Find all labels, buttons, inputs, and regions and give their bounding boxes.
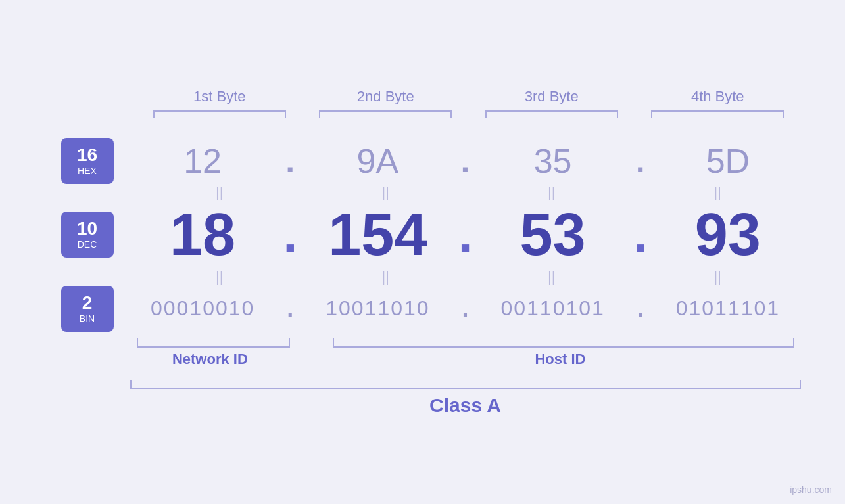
top-bracket-line-1 — [153, 110, 286, 118]
byte-headers-row: 1st Byte 2nd Byte 3rd Byte 4th Byte — [45, 88, 801, 105]
bin-label-cell: 2 BIN — [45, 286, 130, 332]
main-layout: 1st Byte 2nd Byte 3rd Byte 4th Byte 16 H… — [45, 88, 801, 417]
equals-2-3: || — [469, 270, 635, 285]
dec-dot-1: . — [276, 208, 305, 261]
hex-dot-3: . — [625, 142, 655, 180]
bin-values-row: 00010010 . 10011010 . 00110101 . 0101110… — [130, 295, 801, 323]
top-bracket-4 — [635, 110, 801, 118]
class-bracket-line — [130, 380, 801, 389]
bin-value-2: 10011010 — [305, 296, 450, 321]
id-label-row: Network ID Host ID — [130, 351, 801, 368]
label-dot-spacer — [290, 351, 320, 368]
dec-dot-2: . — [450, 208, 480, 261]
attribution: ipshu.com — [790, 484, 832, 495]
bin-dot-1: . — [276, 295, 305, 323]
hex-label-cell: 16 HEX — [45, 138, 130, 184]
hex-badge: 16 HEX — [61, 138, 114, 184]
dec-badge: 10 DEC — [61, 212, 114, 258]
top-bracket-3 — [469, 110, 635, 118]
equals-1-2: || — [302, 185, 469, 200]
hex-value-1: 12 — [130, 141, 276, 181]
dec-value-1: 18 — [130, 201, 276, 269]
hex-value-3: 35 — [480, 141, 625, 181]
top-bracket-line-2 — [319, 110, 452, 118]
class-section: Class A — [45, 380, 801, 417]
hex-values-row: 12 . 9A . 35 . 5D — [130, 141, 801, 181]
id-bracket-lines — [130, 338, 801, 348]
equals-2-4: || — [635, 270, 801, 285]
host-id-bracket-line — [333, 338, 794, 348]
bracket-dot-spacer-1 — [297, 338, 326, 348]
top-bracket-line-3 — [485, 110, 618, 118]
dec-label-cell: 10 DEC — [45, 212, 130, 258]
hex-row: 16 HEX 12 . 9A . 35 . 5D — [45, 138, 801, 184]
dec-dot-3: . — [625, 208, 655, 261]
dec-value-2: 154 — [305, 201, 450, 269]
dec-base-label: DEC — [78, 239, 97, 250]
hex-dot-2: . — [450, 142, 480, 180]
host-id-bracket-wrapper — [326, 338, 800, 348]
byte-header-1: 1st Byte — [137, 88, 303, 105]
byte-header-2: 2nd Byte — [302, 88, 469, 105]
network-id-bracket-line — [137, 338, 291, 348]
bin-value-3: 00110101 — [480, 296, 625, 321]
hex-dot-1: . — [276, 142, 305, 180]
byte-header-3: 3rd Byte — [469, 88, 635, 105]
bin-value-4: 01011101 — [655, 296, 800, 321]
top-bracket-1 — [137, 110, 303, 118]
dec-base-number: 10 — [77, 219, 97, 238]
top-bracket-2 — [302, 110, 469, 118]
dec-value-4: 93 — [655, 201, 800, 269]
bin-badge: 2 BIN — [61, 286, 114, 332]
class-label: Class A — [130, 394, 801, 417]
top-brackets — [45, 110, 801, 118]
network-id-label: Network ID — [130, 351, 291, 368]
equals-2-2: || — [302, 270, 469, 285]
hex-value-2: 9A — [305, 141, 450, 181]
dec-value-3: 53 — [480, 201, 625, 269]
id-brackets-section: Network ID Host ID — [45, 338, 801, 368]
dec-row: 10 DEC 18 . 154 . 53 . 93 — [45, 201, 801, 269]
bin-base-number: 2 — [82, 294, 93, 312]
bin-dot-2: . — [450, 295, 480, 323]
network-id-bracket-wrapper — [130, 338, 297, 348]
hex-base-number: 16 — [77, 146, 97, 164]
hex-value-4: 5D — [655, 141, 800, 181]
dec-values-row: 18 . 154 . 53 . 93 — [130, 201, 801, 269]
bin-value-1: 00010010 — [130, 296, 276, 321]
equals-row-2: || || || || — [45, 270, 801, 285]
equals-1-3: || — [469, 185, 635, 200]
equals-row-1: || || || || — [45, 185, 801, 200]
equals-2-1: || — [137, 270, 303, 285]
equals-1-1: || — [137, 185, 303, 200]
byte-header-4: 4th Byte — [635, 88, 801, 105]
bin-base-label: BIN — [80, 313, 95, 324]
equals-1-4: || — [635, 185, 801, 200]
top-bracket-line-4 — [651, 110, 784, 118]
bin-dot-3: . — [625, 295, 655, 323]
host-id-label: Host ID — [320, 351, 800, 368]
hex-base-label: HEX — [78, 166, 97, 176]
bin-row: 2 BIN 00010010 . 10011010 . 00110101 . 0… — [45, 286, 801, 332]
